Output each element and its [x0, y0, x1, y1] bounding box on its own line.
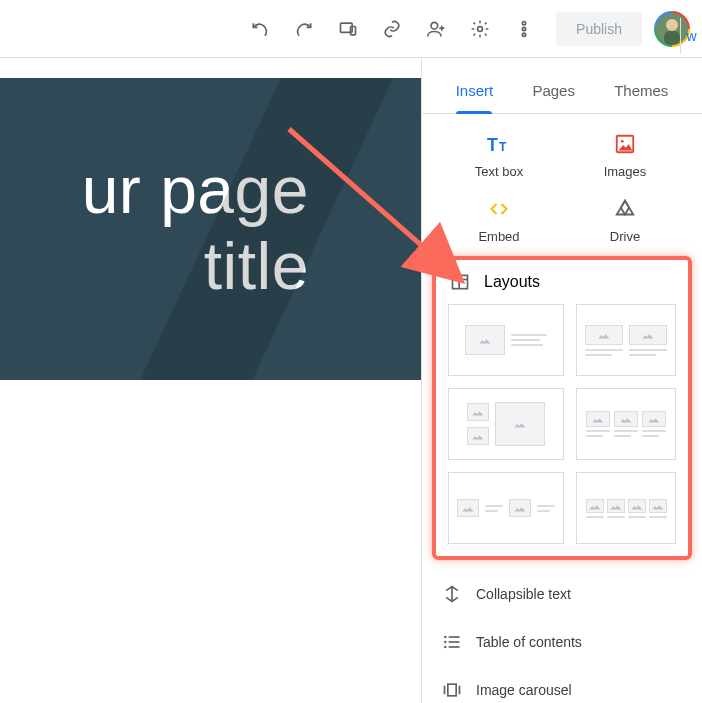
insert-textbox[interactable]: TT Text box	[436, 132, 562, 179]
svg-text:T: T	[487, 135, 498, 155]
svg-rect-18	[448, 684, 456, 696]
layouts-icon	[450, 272, 470, 292]
page-header-block[interactable]: ur page title	[0, 78, 421, 380]
collapsible-icon	[442, 584, 462, 604]
svg-point-14	[444, 641, 447, 644]
layouts-label: Layouts	[484, 273, 540, 291]
carousel-icon	[442, 680, 462, 700]
insert-collapsible-text[interactable]: Collapsible text	[422, 570, 702, 618]
svg-point-6	[522, 33, 525, 36]
publish-button[interactable]: Publish	[556, 12, 642, 46]
toc-label: Table of contents	[476, 634, 582, 650]
more-vert-icon	[514, 19, 534, 39]
svg-rect-15	[449, 641, 460, 643]
toc-icon	[442, 632, 462, 652]
carousel-label: Image carousel	[476, 682, 572, 698]
tab-insert[interactable]: Insert	[452, 72, 498, 113]
insert-images-label: Images	[604, 164, 647, 179]
layouts-grid	[436, 304, 688, 550]
insert-drive-label: Drive	[610, 229, 640, 244]
more-button[interactable]	[504, 9, 544, 49]
main-area: ur page title Insert Pages Themes TT Tex…	[0, 58, 702, 703]
insert-table-of-contents[interactable]: Table of contents	[422, 618, 702, 666]
svg-rect-13	[449, 636, 460, 638]
page-title-line2[interactable]: title	[0, 229, 421, 305]
drive-icon	[611, 197, 639, 221]
svg-point-16	[444, 646, 447, 649]
svg-rect-17	[449, 646, 460, 648]
insert-grid: TT Text box Images Embed Drive	[422, 114, 702, 256]
gear-icon	[470, 19, 490, 39]
layouts-header[interactable]: Layouts	[436, 260, 688, 304]
svg-point-3	[478, 26, 483, 31]
layout-tile-6[interactable]	[576, 472, 676, 544]
collapsible-label: Collapsible text	[476, 586, 571, 602]
svg-text:T: T	[499, 140, 507, 154]
layout-tile-1[interactable]	[448, 304, 564, 376]
link-button[interactable]	[372, 9, 412, 49]
svg-point-2	[431, 22, 438, 29]
side-panel: Insert Pages Themes TT Text box Images	[422, 58, 702, 703]
canvas[interactable]: ur page title	[0, 58, 422, 703]
redo-icon	[294, 19, 314, 39]
undo-button[interactable]	[240, 9, 280, 49]
insert-textbox-label: Text box	[475, 164, 523, 179]
layout-tile-5[interactable]	[448, 472, 564, 544]
undo-icon	[250, 19, 270, 39]
images-icon	[611, 132, 639, 156]
preview-button[interactable]	[328, 9, 368, 49]
layout-tile-4[interactable]	[576, 388, 676, 460]
svg-point-10	[621, 140, 624, 143]
person-add-icon	[426, 19, 446, 39]
panel-tabs: Insert Pages Themes	[422, 58, 702, 114]
link-icon	[382, 19, 402, 39]
insert-embed[interactable]: Embed	[436, 197, 562, 244]
insert-image-carousel[interactable]: Image carousel	[422, 666, 702, 703]
svg-point-5	[522, 27, 525, 30]
top-toolbar: Publish	[0, 0, 702, 58]
devices-icon	[338, 19, 358, 39]
insert-embed-label: Embed	[478, 229, 519, 244]
side-indicator: w	[680, 18, 702, 54]
redo-button[interactable]	[284, 9, 324, 49]
svg-point-12	[444, 636, 447, 639]
insert-images[interactable]: Images	[562, 132, 688, 179]
layout-tile-3[interactable]	[448, 388, 564, 460]
tab-themes[interactable]: Themes	[610, 72, 672, 113]
share-button[interactable]	[416, 9, 456, 49]
settings-button[interactable]	[460, 9, 500, 49]
insert-drive[interactable]: Drive	[562, 197, 688, 244]
embed-icon	[485, 197, 513, 221]
svg-point-4	[522, 21, 525, 24]
textbox-icon: TT	[485, 132, 513, 156]
layouts-section-highlighted: Layouts	[432, 256, 692, 560]
page-title-line1[interactable]: ur page	[0, 153, 421, 229]
layout-tile-2[interactable]	[576, 304, 676, 376]
tab-pages[interactable]: Pages	[528, 72, 579, 113]
